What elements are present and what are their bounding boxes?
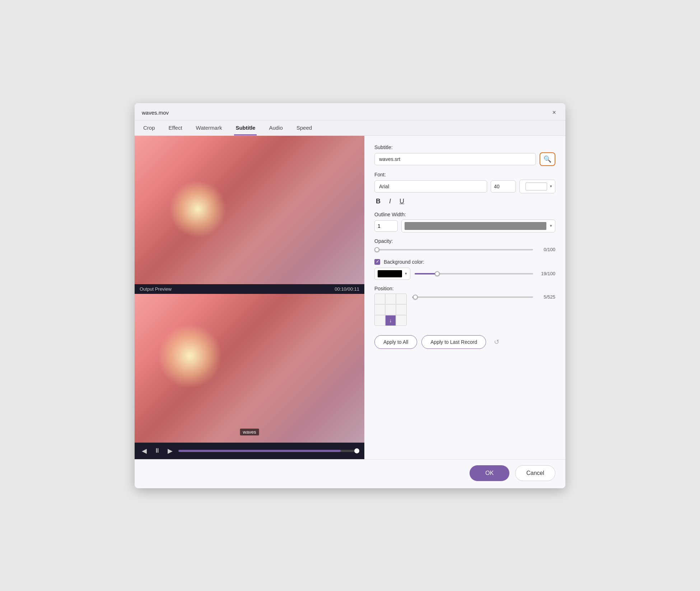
- chevron-down-icon-3: ▾: [405, 271, 407, 276]
- bg-color-picker[interactable]: ▾: [374, 268, 410, 280]
- outline-width-select[interactable]: 1: [374, 220, 398, 232]
- video-preview-bottom: waves: [135, 294, 364, 443]
- settings-panel: Subtitle: waves.srt 🔍 Font: Arial: [364, 136, 565, 459]
- bg-color-label: Background color:: [384, 259, 424, 265]
- preview-label-bar: Output Preview 00:10/00:11: [135, 284, 364, 294]
- position-value: 5/525: [537, 294, 555, 300]
- opacity-label: Opacity:: [374, 238, 555, 244]
- apply-all-button[interactable]: Apply to All: [374, 335, 417, 349]
- position-down-icon: ↓: [389, 318, 392, 323]
- font-color-picker[interactable]: ▾: [519, 180, 555, 193]
- next-button[interactable]: ▶: [166, 445, 174, 456]
- pos-top-center[interactable]: [386, 294, 396, 304]
- italic-button[interactable]: I: [388, 197, 392, 206]
- bg-opacity-value: 19/100: [537, 271, 555, 276]
- position-slider[interactable]: [412, 294, 533, 301]
- font-family-select[interactable]: Arial: [374, 180, 487, 193]
- chevron-down-icon: ▾: [550, 184, 552, 189]
- position-section: Position: ↓: [374, 286, 555, 326]
- underline-button[interactable]: U: [398, 197, 406, 206]
- position-grid: ↓: [374, 294, 407, 326]
- bg-opacity-slider[interactable]: [415, 270, 533, 277]
- subtitle-label: Subtitle:: [374, 144, 555, 150]
- opacity-thumb[interactable]: [374, 247, 379, 252]
- video-controls: ◀ ⏸ ▶: [135, 443, 364, 459]
- search-button[interactable]: 🔍: [540, 152, 555, 166]
- cancel-button[interactable]: Cancel: [515, 465, 555, 481]
- preview-label: Output Preview: [140, 286, 172, 292]
- bg-color-swatch: [378, 270, 402, 277]
- window-title: waves.mov: [142, 110, 169, 116]
- pos-mid-center[interactable]: [386, 305, 396, 315]
- outline-color-swatch: [405, 222, 546, 230]
- outline-row: 1 ▾: [374, 220, 555, 232]
- bg-opacity-track: [415, 273, 533, 274]
- bg-color-label-row: Background color:: [374, 259, 555, 265]
- main-dialog: waves.mov × Crop Effect Watermark Subtit…: [135, 103, 565, 488]
- opacity-section: Opacity: 0/100: [374, 238, 555, 253]
- tab-speed[interactable]: Speed: [295, 120, 313, 135]
- video-panel: Output Preview 00:10/00:11 waves ◀ ⏸ ▶: [135, 136, 364, 459]
- font-section: Font: Arial 40 ▾ B I: [374, 172, 555, 206]
- text-style-row: B I U: [374, 197, 555, 206]
- opacity-value: 0/100: [537, 247, 555, 252]
- title-bar: waves.mov ×: [135, 103, 565, 120]
- position-content: ↓ 5/525: [374, 294, 555, 326]
- pause-button[interactable]: ⏸: [153, 445, 162, 456]
- prev-button[interactable]: ◀: [140, 445, 148, 456]
- apply-last-button[interactable]: Apply to Last Record: [421, 335, 486, 349]
- tab-audio[interactable]: Audio: [267, 120, 284, 135]
- pos-bot-center[interactable]: ↓: [386, 315, 396, 325]
- bg-opacity-thumb[interactable]: [435, 271, 440, 276]
- position-slider-area: 5/525: [412, 294, 555, 301]
- subtitle-section: Subtitle: waves.srt 🔍: [374, 144, 555, 166]
- opacity-track: [374, 249, 533, 250]
- refresh-button[interactable]: ↺: [490, 336, 503, 348]
- outline-label: Outline Width:: [374, 212, 555, 217]
- chevron-down-icon-2: ▾: [550, 223, 552, 228]
- font-color-swatch: [526, 183, 547, 190]
- position-label: Position:: [374, 286, 555, 291]
- opacity-slider[interactable]: [374, 246, 533, 253]
- font-size-select[interactable]: 40: [491, 180, 516, 193]
- position-slider-row: 5/525: [412, 294, 555, 301]
- pos-bot-right[interactable]: [396, 315, 406, 325]
- ok-button[interactable]: OK: [470, 465, 509, 481]
- pos-mid-left[interactable]: [375, 305, 385, 315]
- bg-color-checkbox[interactable]: [374, 259, 380, 265]
- bg-color-row: ▾ 19/100: [374, 268, 555, 280]
- outline-section: Outline Width: 1 ▾: [374, 212, 555, 232]
- tab-crop[interactable]: Crop: [142, 120, 157, 135]
- progress-thumb: [354, 448, 359, 453]
- action-buttons: Apply to All Apply to Last Record ↺: [374, 335, 555, 349]
- subtitle-select[interactable]: waves.srt: [374, 153, 536, 165]
- progress-bar[interactable]: [178, 450, 359, 452]
- close-button[interactable]: ×: [550, 108, 558, 117]
- bottom-buttons: OK Cancel: [135, 459, 565, 488]
- bold-button[interactable]: B: [374, 197, 382, 206]
- bg-opacity-fill: [415, 273, 437, 274]
- subtitle-watermark: waves: [240, 429, 259, 435]
- tab-subtitle[interactable]: Subtitle: [234, 120, 257, 135]
- pos-mid-right[interactable]: [396, 305, 406, 315]
- tab-watermark[interactable]: Watermark: [195, 120, 224, 135]
- pos-top-right[interactable]: [396, 294, 406, 304]
- bg-color-section: Background color: ▾ 19/100: [374, 259, 555, 280]
- timecode: 00:10/00:11: [335, 286, 359, 292]
- video-preview-top: [135, 136, 364, 285]
- subtitle-row: waves.srt 🔍: [374, 152, 555, 166]
- main-content: Output Preview 00:10/00:11 waves ◀ ⏸ ▶: [135, 136, 565, 459]
- position-track: [412, 296, 533, 298]
- font-row: Arial 40 ▾: [374, 180, 555, 193]
- search-icon: 🔍: [543, 155, 551, 163]
- opacity-slider-row: 0/100: [374, 246, 555, 253]
- pos-top-left[interactable]: [375, 294, 385, 304]
- outline-color-picker[interactable]: ▾: [401, 220, 555, 232]
- font-label: Font:: [374, 172, 555, 177]
- tab-effect[interactable]: Effect: [167, 120, 184, 135]
- tab-bar: Crop Effect Watermark Subtitle Audio Spe…: [135, 120, 565, 136]
- pos-bot-left[interactable]: [375, 315, 385, 325]
- progress-fill: [178, 450, 341, 452]
- position-thumb[interactable]: [413, 295, 418, 300]
- refresh-icon: ↺: [494, 338, 499, 346]
